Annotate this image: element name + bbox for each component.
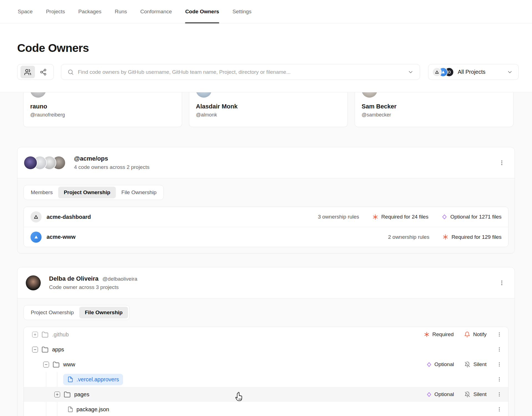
page-title: Code Owners bbox=[17, 42, 89, 55]
tree-row-github[interactable]: .github Required Notify bbox=[24, 327, 508, 342]
nav-item-projects[interactable]: Projects bbox=[39, 0, 72, 23]
team-subtitle: 4 code owners across 2 projects bbox=[74, 164, 149, 170]
required-badge: Required for 24 files bbox=[372, 214, 428, 220]
bell-off-icon bbox=[464, 361, 470, 367]
row-menu-button[interactable] bbox=[495, 390, 503, 398]
share-network-icon bbox=[40, 69, 47, 76]
person-handle: @delbaoliveira bbox=[103, 276, 137, 282]
file-icon bbox=[67, 406, 73, 412]
people-view-button[interactable] bbox=[21, 66, 35, 78]
row-menu-button[interactable] bbox=[495, 376, 503, 383]
optional-badge: Optional bbox=[426, 391, 454, 397]
chevron-down-icon bbox=[507, 69, 513, 75]
silent-badge: Silent bbox=[464, 391, 487, 397]
team-tabs: Members Project Ownership File Ownership bbox=[24, 185, 164, 200]
owner-name: Sam Becker bbox=[362, 103, 397, 110]
person-subtitle: Code owner across 3 projects bbox=[49, 284, 137, 290]
table-row[interactable]: acme-www 2 ownership rules Required for … bbox=[24, 227, 508, 247]
asterisk-icon bbox=[443, 234, 448, 240]
expand-plus-icon[interactable] bbox=[54, 392, 60, 397]
team-name: @acme/ops bbox=[74, 155, 108, 162]
notify-badge: Notify bbox=[464, 331, 487, 338]
optional-badge: Optional bbox=[426, 361, 454, 367]
folder-icon bbox=[42, 331, 48, 338]
kebab-icon bbox=[497, 407, 502, 412]
folder-icon bbox=[42, 346, 48, 353]
project-avatar-icon bbox=[432, 67, 442, 77]
tab-file-ownership[interactable]: File Ownership bbox=[79, 307, 128, 318]
tree-row-pages[interactable]: pages Optional Silent bbox=[24, 387, 508, 402]
row-menu-button[interactable] bbox=[495, 361, 503, 368]
view-toggle bbox=[17, 64, 54, 80]
diamond-icon bbox=[426, 362, 432, 367]
users-icon bbox=[24, 69, 31, 76]
project-name: acme-www bbox=[47, 234, 75, 240]
person-name: Delba de Oliveira bbox=[49, 275, 99, 282]
person-tabs: Project Ownership File Ownership bbox=[24, 305, 130, 320]
owner-name: rauno bbox=[30, 103, 47, 110]
kebab-icon bbox=[497, 332, 502, 337]
page-header: Space Projects Packages Runs Conformance… bbox=[0, 0, 532, 92]
optional-badge: Optional for 1271 files bbox=[442, 214, 502, 220]
project-logo-icon bbox=[30, 232, 42, 243]
collapse-minus-icon[interactable] bbox=[43, 362, 49, 367]
bell-off-icon bbox=[464, 391, 470, 397]
graph-view-button[interactable] bbox=[36, 66, 50, 78]
diamond-icon bbox=[426, 392, 432, 397]
team-card-body: Members Project Ownership File Ownership… bbox=[17, 178, 515, 253]
chevron-down-icon[interactable] bbox=[408, 69, 414, 75]
folder-icon bbox=[53, 361, 60, 368]
tree-label: .github bbox=[52, 331, 69, 338]
person-card-body: Project Ownership File Ownership .github bbox=[17, 298, 515, 416]
tree-row-www[interactable]: www Optional Silent bbox=[24, 357, 508, 372]
selected-file-pill[interactable]: .vercel.approvers bbox=[63, 374, 123, 385]
nav-item-settings[interactable]: Settings bbox=[226, 0, 258, 23]
kebab-icon bbox=[497, 377, 502, 382]
team-card: @acme/ops 4 code owners across 2 project… bbox=[17, 147, 515, 253]
silent-badge: Silent bbox=[464, 361, 487, 367]
kebab-icon bbox=[497, 347, 502, 352]
tab-members[interactable]: Members bbox=[25, 187, 58, 198]
collapse-minus-icon[interactable] bbox=[32, 347, 38, 352]
file-ownership-tree: .github Required Notify bbox=[24, 327, 508, 416]
asterisk-icon bbox=[372, 214, 378, 220]
tree-label: .vercel.approvers bbox=[76, 376, 119, 383]
nav-item-conformance[interactable]: Conformance bbox=[134, 0, 178, 23]
tab-file-ownership[interactable]: File Ownership bbox=[116, 187, 162, 198]
team-menu-button[interactable] bbox=[498, 159, 506, 167]
tree-row-vercel-approvers[interactable]: .vercel.approvers bbox=[24, 372, 508, 387]
nav-item-space[interactable]: Space bbox=[11, 0, 39, 23]
ownership-rules-count: 2 ownership rules bbox=[388, 234, 429, 240]
tab-project-ownership[interactable]: Project Ownership bbox=[58, 187, 116, 198]
nav-item-packages[interactable]: Packages bbox=[72, 0, 108, 23]
person-menu-button[interactable] bbox=[498, 279, 506, 287]
tab-project-ownership[interactable]: Project Ownership bbox=[25, 307, 79, 318]
project-filter-select[interactable]: All Projects bbox=[428, 64, 519, 80]
folder-icon bbox=[64, 391, 71, 398]
search-box bbox=[61, 64, 420, 80]
required-badge: Required for 129 files bbox=[443, 234, 502, 240]
project-avatars bbox=[432, 67, 454, 77]
project-filter-label: All Projects bbox=[458, 69, 485, 75]
nav-item-runs[interactable]: Runs bbox=[108, 0, 134, 23]
required-badge: Required bbox=[424, 331, 454, 338]
row-menu-button[interactable] bbox=[495, 405, 503, 413]
diamond-icon bbox=[442, 214, 447, 220]
row-menu-button[interactable] bbox=[495, 331, 503, 338]
tree-label: package.json bbox=[76, 406, 109, 413]
owner-handle: @sambecker bbox=[362, 112, 391, 118]
file-pill[interactable]: package.json bbox=[63, 404, 113, 415]
search-input[interactable] bbox=[78, 69, 408, 75]
kebab-icon bbox=[497, 362, 502, 367]
tree-row-package-json[interactable]: package.json bbox=[24, 402, 508, 416]
row-menu-button[interactable] bbox=[495, 346, 503, 353]
ownership-rules-count: 3 ownership rules bbox=[318, 214, 359, 220]
nav-item-code-owners[interactable]: Code Owners bbox=[178, 0, 226, 23]
bell-icon bbox=[464, 331, 470, 338]
table-row[interactable]: acme-dashboard 3 ownership rules Require… bbox=[24, 207, 508, 227]
expand-plus-icon[interactable] bbox=[32, 332, 38, 338]
owner-handle: @raunofreiberg bbox=[30, 112, 65, 118]
tree-row-apps[interactable]: apps bbox=[24, 342, 508, 357]
tree-label: apps bbox=[52, 346, 64, 353]
top-nav: Space Projects Packages Runs Conformance… bbox=[0, 0, 532, 23]
